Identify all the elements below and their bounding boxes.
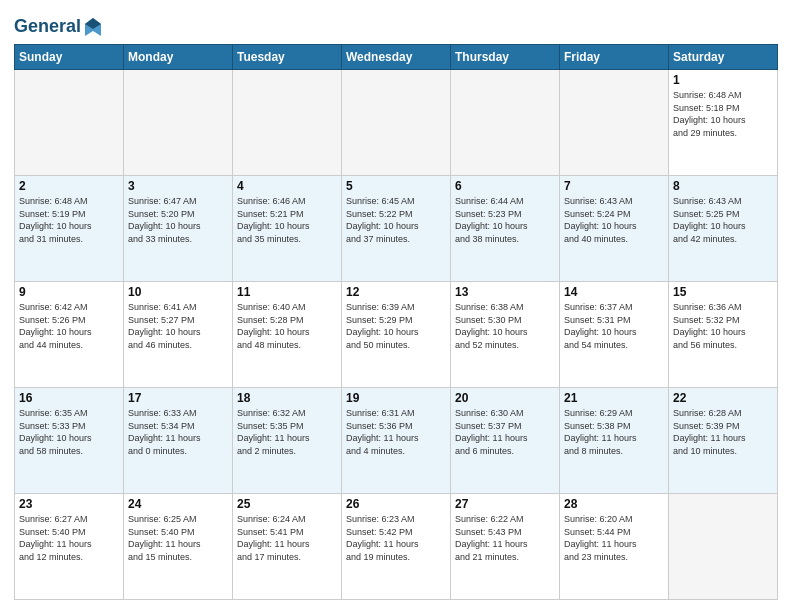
day-number: 1 — [673, 73, 773, 87]
day-info: Sunrise: 6:46 AMSunset: 5:21 PMDaylight:… — [237, 195, 337, 245]
col-header-friday: Friday — [560, 45, 669, 70]
day-number: 16 — [19, 391, 119, 405]
day-number: 7 — [564, 179, 664, 193]
calendar-cell — [342, 70, 451, 176]
calendar-cell: 22Sunrise: 6:28 AMSunset: 5:39 PMDayligh… — [669, 388, 778, 494]
day-number: 19 — [346, 391, 446, 405]
calendar-week-row: 16Sunrise: 6:35 AMSunset: 5:33 PMDayligh… — [15, 388, 778, 494]
logo-icon — [83, 16, 103, 38]
calendar-cell: 1Sunrise: 6:48 AMSunset: 5:18 PMDaylight… — [669, 70, 778, 176]
calendar-cell: 19Sunrise: 6:31 AMSunset: 5:36 PMDayligh… — [342, 388, 451, 494]
calendar-cell: 23Sunrise: 6:27 AMSunset: 5:40 PMDayligh… — [15, 494, 124, 600]
day-info: Sunrise: 6:37 AMSunset: 5:31 PMDaylight:… — [564, 301, 664, 351]
page: General SundayMondayTuesdayWednesdayThur… — [0, 0, 792, 612]
calendar-header-row: SundayMondayTuesdayWednesdayThursdayFrid… — [15, 45, 778, 70]
day-number: 18 — [237, 391, 337, 405]
day-info: Sunrise: 6:45 AMSunset: 5:22 PMDaylight:… — [346, 195, 446, 245]
day-info: Sunrise: 6:38 AMSunset: 5:30 PMDaylight:… — [455, 301, 555, 351]
calendar-cell: 28Sunrise: 6:20 AMSunset: 5:44 PMDayligh… — [560, 494, 669, 600]
calendar-cell: 11Sunrise: 6:40 AMSunset: 5:28 PMDayligh… — [233, 282, 342, 388]
header: General — [14, 12, 778, 38]
day-info: Sunrise: 6:22 AMSunset: 5:43 PMDaylight:… — [455, 513, 555, 563]
logo-text-general: General — [14, 17, 81, 37]
day-number: 4 — [237, 179, 337, 193]
day-info: Sunrise: 6:27 AMSunset: 5:40 PMDaylight:… — [19, 513, 119, 563]
day-number: 3 — [128, 179, 228, 193]
col-header-sunday: Sunday — [15, 45, 124, 70]
calendar-cell: 25Sunrise: 6:24 AMSunset: 5:41 PMDayligh… — [233, 494, 342, 600]
day-number: 25 — [237, 497, 337, 511]
day-info: Sunrise: 6:39 AMSunset: 5:29 PMDaylight:… — [346, 301, 446, 351]
day-info: Sunrise: 6:47 AMSunset: 5:20 PMDaylight:… — [128, 195, 228, 245]
calendar-cell: 15Sunrise: 6:36 AMSunset: 5:32 PMDayligh… — [669, 282, 778, 388]
calendar-cell: 6Sunrise: 6:44 AMSunset: 5:23 PMDaylight… — [451, 176, 560, 282]
calendar-cell — [669, 494, 778, 600]
day-info: Sunrise: 6:48 AMSunset: 5:19 PMDaylight:… — [19, 195, 119, 245]
day-info: Sunrise: 6:28 AMSunset: 5:39 PMDaylight:… — [673, 407, 773, 457]
day-number: 24 — [128, 497, 228, 511]
calendar-cell: 14Sunrise: 6:37 AMSunset: 5:31 PMDayligh… — [560, 282, 669, 388]
calendar-cell: 26Sunrise: 6:23 AMSunset: 5:42 PMDayligh… — [342, 494, 451, 600]
day-info: Sunrise: 6:41 AMSunset: 5:27 PMDaylight:… — [128, 301, 228, 351]
col-header-tuesday: Tuesday — [233, 45, 342, 70]
calendar-week-row: 9Sunrise: 6:42 AMSunset: 5:26 PMDaylight… — [15, 282, 778, 388]
day-number: 14 — [564, 285, 664, 299]
day-info: Sunrise: 6:43 AMSunset: 5:24 PMDaylight:… — [564, 195, 664, 245]
col-header-monday: Monday — [124, 45, 233, 70]
day-info: Sunrise: 6:24 AMSunset: 5:41 PMDaylight:… — [237, 513, 337, 563]
calendar-cell: 7Sunrise: 6:43 AMSunset: 5:24 PMDaylight… — [560, 176, 669, 282]
day-number: 8 — [673, 179, 773, 193]
calendar-cell: 20Sunrise: 6:30 AMSunset: 5:37 PMDayligh… — [451, 388, 560, 494]
calendar-week-row: 23Sunrise: 6:27 AMSunset: 5:40 PMDayligh… — [15, 494, 778, 600]
logo: General — [14, 16, 105, 38]
calendar-cell: 21Sunrise: 6:29 AMSunset: 5:38 PMDayligh… — [560, 388, 669, 494]
day-number: 26 — [346, 497, 446, 511]
day-number: 27 — [455, 497, 555, 511]
day-number: 15 — [673, 285, 773, 299]
calendar-cell: 4Sunrise: 6:46 AMSunset: 5:21 PMDaylight… — [233, 176, 342, 282]
day-number: 2 — [19, 179, 119, 193]
calendar-cell: 27Sunrise: 6:22 AMSunset: 5:43 PMDayligh… — [451, 494, 560, 600]
day-number: 17 — [128, 391, 228, 405]
calendar-cell — [233, 70, 342, 176]
calendar-cell — [15, 70, 124, 176]
calendar-cell: 16Sunrise: 6:35 AMSunset: 5:33 PMDayligh… — [15, 388, 124, 494]
calendar-cell — [560, 70, 669, 176]
calendar-cell — [451, 70, 560, 176]
day-info: Sunrise: 6:25 AMSunset: 5:40 PMDaylight:… — [128, 513, 228, 563]
calendar-cell: 3Sunrise: 6:47 AMSunset: 5:20 PMDaylight… — [124, 176, 233, 282]
day-info: Sunrise: 6:29 AMSunset: 5:38 PMDaylight:… — [564, 407, 664, 457]
day-info: Sunrise: 6:43 AMSunset: 5:25 PMDaylight:… — [673, 195, 773, 245]
day-info: Sunrise: 6:23 AMSunset: 5:42 PMDaylight:… — [346, 513, 446, 563]
day-number: 11 — [237, 285, 337, 299]
calendar-cell: 2Sunrise: 6:48 AMSunset: 5:19 PMDaylight… — [15, 176, 124, 282]
day-info: Sunrise: 6:48 AMSunset: 5:18 PMDaylight:… — [673, 89, 773, 139]
day-number: 10 — [128, 285, 228, 299]
col-header-wednesday: Wednesday — [342, 45, 451, 70]
day-number: 23 — [19, 497, 119, 511]
day-number: 5 — [346, 179, 446, 193]
day-number: 22 — [673, 391, 773, 405]
calendar-table: SundayMondayTuesdayWednesdayThursdayFrid… — [14, 44, 778, 600]
col-header-saturday: Saturday — [669, 45, 778, 70]
day-number: 28 — [564, 497, 664, 511]
col-header-thursday: Thursday — [451, 45, 560, 70]
day-number: 9 — [19, 285, 119, 299]
day-info: Sunrise: 6:35 AMSunset: 5:33 PMDaylight:… — [19, 407, 119, 457]
day-info: Sunrise: 6:30 AMSunset: 5:37 PMDaylight:… — [455, 407, 555, 457]
calendar-cell: 10Sunrise: 6:41 AMSunset: 5:27 PMDayligh… — [124, 282, 233, 388]
calendar-week-row: 1Sunrise: 6:48 AMSunset: 5:18 PMDaylight… — [15, 70, 778, 176]
day-number: 21 — [564, 391, 664, 405]
day-info: Sunrise: 6:31 AMSunset: 5:36 PMDaylight:… — [346, 407, 446, 457]
calendar-cell: 8Sunrise: 6:43 AMSunset: 5:25 PMDaylight… — [669, 176, 778, 282]
day-info: Sunrise: 6:40 AMSunset: 5:28 PMDaylight:… — [237, 301, 337, 351]
day-info: Sunrise: 6:36 AMSunset: 5:32 PMDaylight:… — [673, 301, 773, 351]
day-info: Sunrise: 6:32 AMSunset: 5:35 PMDaylight:… — [237, 407, 337, 457]
day-number: 12 — [346, 285, 446, 299]
calendar-cell: 17Sunrise: 6:33 AMSunset: 5:34 PMDayligh… — [124, 388, 233, 494]
calendar-cell: 18Sunrise: 6:32 AMSunset: 5:35 PMDayligh… — [233, 388, 342, 494]
calendar-cell: 12Sunrise: 6:39 AMSunset: 5:29 PMDayligh… — [342, 282, 451, 388]
calendar-cell: 13Sunrise: 6:38 AMSunset: 5:30 PMDayligh… — [451, 282, 560, 388]
day-number: 20 — [455, 391, 555, 405]
day-info: Sunrise: 6:44 AMSunset: 5:23 PMDaylight:… — [455, 195, 555, 245]
